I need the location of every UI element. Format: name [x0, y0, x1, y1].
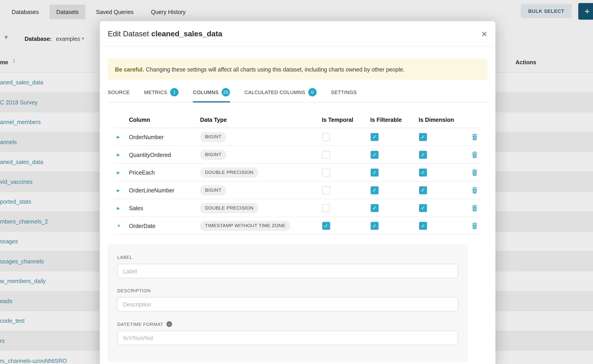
- is-temporal-checkbox[interactable]: [322, 186, 330, 194]
- modal-body: Be careful. Changing these settings will…: [100, 59, 495, 362]
- tab-settings[interactable]: SETTINGS: [331, 88, 357, 102]
- label-field-label: LABEL: [117, 255, 458, 260]
- expand-caret-icon[interactable]: ▶: [114, 206, 129, 210]
- is-temporal-checkbox[interactable]: [322, 169, 330, 176]
- datetime-format-field-label: DATETIME FORMAT: [117, 321, 163, 326]
- column-row: ▶ Sales DOUBLE PRECISION ✓ ✓: [114, 199, 481, 217]
- is-filterable-checkbox[interactable]: ✓: [370, 169, 378, 176]
- is-filterable-checkbox[interactable]: ✓: [370, 133, 378, 141]
- app-root: DatabasesDatasetsSaved QueriesQuery Hist…: [0, 0, 593, 364]
- warning-banner: Be careful. Changing these settings will…: [108, 59, 488, 80]
- expand-caret-icon[interactable]: ▶: [114, 152, 129, 156]
- is-dimension-checkbox[interactable]: ✓: [419, 151, 427, 159]
- modal-title-dataset-name: cleaned_sales_data: [151, 30, 222, 38]
- label-field-group: LABEL: [117, 255, 458, 278]
- columns-table: Column Data Type Is Temporal Is Filterab…: [114, 111, 481, 234]
- description-field-label: DESCRIPTION: [117, 288, 458, 293]
- tab-label: SETTINGS: [331, 89, 357, 95]
- column-row: ▶ OrderLineNumber BIGINT ✓ ✓: [114, 181, 481, 199]
- data-type-pill: TIMESTAMP WITHOUT TIME ZONE: [200, 221, 290, 231]
- column-name: PriceEach: [129, 169, 200, 176]
- expand-caret-icon[interactable]: ▼: [114, 223, 129, 228]
- is-dimension-checkbox[interactable]: ✓: [419, 186, 427, 194]
- tab-label: METRICS: [144, 89, 167, 95]
- is-dimension-checkbox[interactable]: ✓: [419, 133, 427, 141]
- column-name: OrderNumber: [129, 134, 200, 140]
- tab-calculated-columns[interactable]: CALCULATED COLUMNS0: [244, 88, 316, 102]
- tab-label: COLUMNS: [193, 89, 219, 95]
- is-filterable-checkbox[interactable]: ✓: [370, 151, 378, 159]
- label-input[interactable]: [117, 264, 458, 278]
- columns-table-header-row: Column Data Type Is Temporal Is Filterab…: [114, 111, 481, 128]
- column-row: ▶ PriceEach DOUBLE PRECISION ✓ ✓: [114, 164, 481, 182]
- trash-icon[interactable]: [472, 134, 478, 140]
- column-row: ▶ OrderNumber BIGINT ✓ ✓: [114, 128, 481, 146]
- datetime-format-input[interactable]: [117, 331, 458, 345]
- is-temporal-header: Is Temporal: [322, 116, 370, 123]
- datetime-format-field-group: DATETIME FORMAT i: [117, 321, 458, 345]
- is-dimension-header: Is Dimension: [419, 116, 467, 123]
- expand-caret-icon[interactable]: ▶: [114, 135, 129, 139]
- tab-columns[interactable]: COLUMNS25: [193, 88, 230, 102]
- expand-caret-icon[interactable]: ▶: [114, 188, 129, 192]
- column-header: Column: [129, 116, 200, 123]
- warning-text: Changing these settings will affect all …: [146, 66, 405, 72]
- is-filterable-checkbox[interactable]: ✓: [370, 186, 378, 194]
- data-type-header: Data Type: [200, 116, 322, 123]
- is-filterable-checkbox[interactable]: ✓: [370, 204, 378, 212]
- tab-label: CALCULATED COLUMNS: [244, 89, 305, 95]
- info-icon[interactable]: i: [166, 321, 172, 327]
- is-temporal-checkbox[interactable]: [322, 133, 330, 141]
- column-name: QuantityOrdered: [129, 151, 200, 158]
- close-icon[interactable]: ✕: [481, 29, 488, 38]
- column-name: OrderDate: [129, 222, 200, 229]
- tab-source[interactable]: SOURCE: [108, 88, 130, 102]
- data-type-pill: BIGINT: [200, 185, 226, 195]
- description-field-group: DESCRIPTION: [117, 288, 458, 312]
- tab-count-badge: 0: [308, 88, 316, 97]
- trash-icon[interactable]: [472, 187, 478, 193]
- column-row: ▼ OrderDate TIMESTAMP WITHOUT TIME ZONE …: [114, 217, 481, 235]
- is-dimension-checkbox[interactable]: ✓: [419, 204, 427, 212]
- data-type-pill: BIGINT: [200, 132, 226, 142]
- is-dimension-checkbox[interactable]: ✓: [419, 169, 427, 176]
- column-name: OrderLineNumber: [129, 187, 200, 193]
- trash-icon[interactable]: [472, 222, 478, 229]
- edit-dataset-modal: Edit Datasetcleaned_sales_data ✕ Be care…: [100, 21, 495, 364]
- trash-icon[interactable]: [472, 205, 478, 211]
- is-temporal-checkbox[interactable]: [322, 204, 330, 212]
- modal-header: Edit Datasetcleaned_sales_data ✕: [100, 21, 495, 47]
- column-name: Sales: [129, 205, 200, 211]
- column-editor-panel: LABEL DESCRIPTION DATETIME FORMAT i: [108, 244, 468, 362]
- is-filterable-checkbox[interactable]: ✓: [370, 222, 378, 230]
- data-type-pill: DOUBLE PRECISION: [200, 167, 259, 177]
- trash-icon[interactable]: [472, 169, 478, 176]
- modal-title: Edit Datasetcleaned_sales_data: [108, 30, 223, 38]
- tab-metrics[interactable]: METRICS1: [144, 88, 179, 102]
- warning-bold-text: Be careful.: [115, 66, 144, 72]
- modal-tab-list: SOURCEMETRICS1COLUMNS25CALCULATED COLUMN…: [108, 88, 488, 103]
- tab-count-badge: 1: [170, 88, 179, 97]
- is-temporal-checkbox[interactable]: ✓: [322, 222, 330, 230]
- is-temporal-checkbox[interactable]: [322, 151, 330, 159]
- is-dimension-checkbox[interactable]: ✓: [419, 222, 427, 230]
- column-row: ▶ QuantityOrdered BIGINT ✓ ✓: [114, 146, 481, 164]
- tab-count-badge: 25: [222, 88, 230, 97]
- is-filterable-header: Is Filterable: [370, 116, 419, 123]
- tab-label: SOURCE: [108, 89, 130, 95]
- description-input[interactable]: [117, 297, 458, 312]
- expand-caret-icon[interactable]: ▶: [114, 170, 129, 174]
- data-type-pill: DOUBLE PRECISION: [200, 203, 259, 213]
- columns-table-body: ▶ OrderNumber BIGINT ✓ ✓ ▶ QuantityOrder…: [114, 128, 481, 235]
- trash-icon[interactable]: [472, 151, 478, 158]
- data-type-pill: BIGINT: [200, 150, 226, 160]
